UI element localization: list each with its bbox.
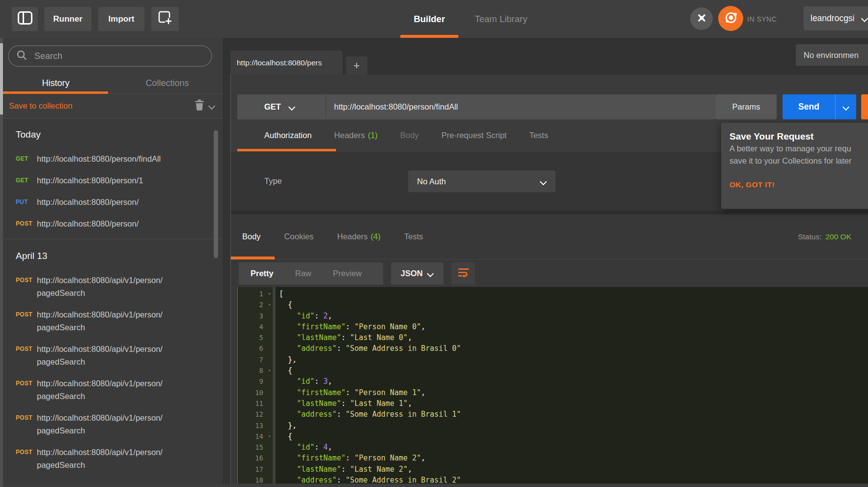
ok-got-it-button[interactable]: OK, GOT IT!	[729, 180, 868, 189]
view-mode-pretty[interactable]: Pretty	[251, 269, 274, 278]
history-item[interactable]: GEThttp://localhost:8080/person/1	[0, 174, 223, 187]
tooltip-title: Save Your Request	[729, 131, 868, 143]
history-item[interactable]: POSThttp://localhost:8080/api/v1/person/…	[0, 343, 223, 368]
method-badge: POST	[16, 217, 37, 230]
new-window-button[interactable]	[151, 7, 179, 31]
sidebar-toggle-icon	[18, 11, 32, 27]
chevron-down-icon[interactable]	[209, 104, 215, 108]
tab-response-body[interactable]: Body	[242, 232, 261, 241]
tab-tests[interactable]: Tests	[529, 131, 548, 140]
history-section-title: April 13	[0, 250, 223, 274]
sync-icon	[723, 9, 739, 28]
fold-arrow-icon[interactable]: ▾	[263, 288, 276, 299]
fold-spacer	[263, 420, 276, 431]
fold-spacer	[263, 332, 276, 343]
sidebar-toggle-button[interactable]	[12, 7, 38, 31]
tab-collections[interactable]: Collections	[112, 73, 223, 93]
sidebar: History Collections Save to collection T…	[0, 38, 224, 487]
method-badge: POST	[16, 343, 37, 355]
tab-headers[interactable]: Headers(1)	[334, 131, 378, 140]
method-badge: POST	[16, 308, 37, 321]
history-item[interactable]: POSThttp://localhost:8080/api/v1/person/…	[0, 308, 223, 334]
tab-authorization[interactable]: Authorization	[264, 131, 311, 140]
username: leandrocgsi	[811, 13, 855, 24]
import-button[interactable]: Import	[98, 7, 144, 31]
fold-spacer	[263, 354, 276, 365]
code-line: 11 "lastName": "Last Name 1",	[238, 398, 868, 409]
url-input[interactable]: http://localhost:8080/person/findAll	[326, 94, 716, 119]
history-item[interactable]: POSThttp://localhost:8080/api/v1/person/…	[0, 411, 223, 437]
runner-button[interactable]: Runner	[44, 7, 91, 31]
horizontal-scrollbar[interactable]	[0, 484, 868, 487]
sidebar-scrollbar[interactable]	[214, 130, 218, 258]
request-tab-strip: http://localhost:8080/pers + No environm…	[224, 38, 868, 75]
wrap-text-icon	[458, 267, 469, 280]
history-item[interactable]: POSThttp://localhost:8080/api/v1/person/…	[0, 274, 223, 299]
headers-count: (1)	[368, 131, 378, 140]
fold-arrow-icon[interactable]: ▾	[263, 365, 276, 376]
fold-spacer	[263, 311, 276, 321]
method-dropdown[interactable]: GET	[237, 94, 326, 119]
response-status: Status: 200 OK	[798, 214, 851, 259]
history-item-url: http://localhost:8080/api/v1/person/page…	[37, 377, 163, 402]
code-line: 15 "id": 4,	[238, 442, 868, 453]
open-request-tab[interactable]: http://localhost:8080/pers	[230, 51, 342, 75]
code-line: 6 "address": "Some Address in Brasil 0"	[238, 343, 868, 354]
body-active-underline	[231, 257, 275, 259]
fold-spacer	[263, 343, 276, 354]
search-input[interactable]	[33, 51, 211, 62]
tab-response-tests[interactable]: Tests	[404, 232, 423, 241]
auth-type-value: No Auth	[417, 177, 446, 186]
tab-team-library[interactable]: Team Library	[464, 0, 538, 38]
history-item[interactable]: POSThttp://localhost:8080/person/	[0, 217, 223, 230]
code-line: 13 },	[238, 420, 868, 431]
tab-response-headers[interactable]: Headers(4)	[337, 232, 381, 241]
environment-selector[interactable]: No environmen	[796, 44, 868, 66]
history-item[interactable]: GEThttp://localhost:8080/person/findAll	[0, 152, 223, 165]
chevron-down-icon	[289, 105, 295, 109]
tab-response-cookies[interactable]: Cookies	[284, 232, 314, 241]
code-line: 9 "id": 3,	[238, 376, 868, 387]
new-request-tab-button[interactable]: +	[346, 57, 367, 75]
tab-body[interactable]: Body	[400, 131, 419, 140]
code-line: 2▾ {	[238, 299, 868, 310]
user-menu[interactable]: leandrocgsi	[804, 6, 868, 30]
send-options-button[interactable]	[836, 94, 856, 119]
code-line: 4 "firstName": "Person Name 0",	[238, 321, 868, 332]
window-edge-scrollbar-thumb[interactable]	[0, 43, 3, 115]
history-item[interactable]: PUThttp://localhost:8080/person/	[0, 196, 223, 208]
response-body-editor[interactable]: 1▾[2▾ {3 "id": 2,4 "firstName": "Person …	[237, 287, 868, 487]
method-badge: POST	[16, 377, 37, 390]
chevron-down-icon	[862, 16, 868, 21]
fold-arrow-icon[interactable]: ▾	[263, 299, 276, 310]
trash-icon[interactable]	[195, 99, 204, 113]
wrap-text-button[interactable]	[451, 262, 475, 285]
search-box[interactable]	[8, 45, 212, 67]
code-line: 8▾ {	[238, 365, 868, 376]
capture-requests-button[interactable]	[690, 7, 713, 30]
history-item[interactable]: POSThttp://localhost:8080/api/v1/person/…	[0, 446, 223, 471]
sync-status-button[interactable]	[718, 6, 743, 31]
method-badge: GET	[16, 174, 37, 187]
view-mode-preview[interactable]: Preview	[333, 269, 362, 278]
save-button-partial[interactable]	[861, 94, 868, 119]
history-item[interactable]: POSThttp://localhost:8080/api/v1/person/…	[0, 377, 223, 402]
history-item-url: http://localhost:8080/api/v1/person/page…	[37, 411, 163, 437]
auth-type-dropdown[interactable]: No Auth	[408, 171, 556, 192]
params-button[interactable]: Params	[716, 94, 777, 119]
tab-history[interactable]: History	[0, 73, 112, 93]
new-window-icon	[158, 11, 172, 27]
code-lines: 1▾[2▾ {3 "id": 2,4 "firstName": "Person …	[238, 287, 868, 486]
send-button[interactable]: Send	[783, 94, 856, 119]
format-dropdown[interactable]: JSON	[391, 262, 444, 285]
view-mode-raw[interactable]: Raw	[295, 269, 311, 278]
save-to-collection-row: Save to collection	[0, 94, 223, 118]
save-to-collection-link[interactable]: Save to collection	[9, 101, 72, 111]
format-value: JSON	[401, 269, 423, 278]
code-line: 12 "address": "Some Address in Brasil 1"	[238, 409, 868, 420]
tab-pre-request-script[interactable]: Pre-request Script	[441, 131, 506, 140]
chevron-down-icon	[427, 271, 434, 276]
tab-builder[interactable]: Builder	[400, 0, 458, 38]
code-line: 5 "lastName": "Last Name 0",	[238, 332, 868, 343]
fold-arrow-icon[interactable]: ▾	[263, 431, 276, 442]
